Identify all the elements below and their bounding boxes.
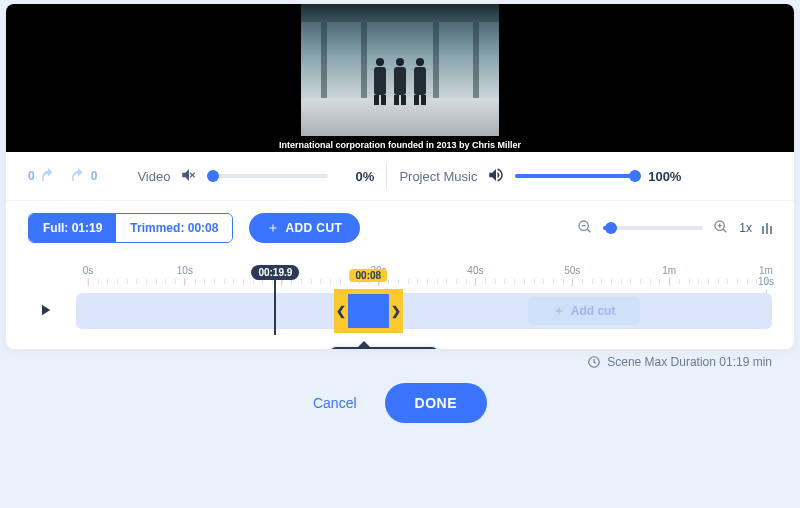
video-preview: International corporation founded in 201… [6, 4, 794, 152]
plus-icon [553, 305, 565, 317]
cut-handle-right[interactable]: ❯ [389, 289, 403, 333]
redo-icon [69, 167, 87, 185]
max-duration-row: Scene Max Duration 01:19 min [0, 349, 800, 369]
video-caption: International corporation founded in 201… [6, 140, 794, 150]
controls-row: 0 0 Video 0% Project Music [6, 152, 794, 201]
plus-icon [267, 222, 279, 234]
remove-cut-tooltip[interactable]: Remove cut [330, 347, 438, 349]
playhead-time: 00:19.9 [251, 265, 299, 280]
ghost-add-cut[interactable]: Add cut [528, 297, 639, 325]
trim-modal: International corporation founded in 201… [6, 4, 794, 349]
video-volume-group: Video 0% [137, 166, 374, 187]
music-volume-pct: 100% [645, 169, 681, 184]
timeline-track[interactable]: 00:19.9 00:08 ❮ ❯ Add cut [76, 293, 772, 329]
zoom-slider[interactable] [603, 226, 703, 230]
svg-line-1 [587, 229, 590, 232]
ruler-tick: 0s [83, 265, 94, 286]
redo-count: 0 [91, 169, 98, 183]
ghost-label: Add cut [571, 304, 616, 318]
music-volume-slider[interactable] [515, 174, 635, 178]
segment-trimmed[interactable]: Trimmed: 00:08 [116, 214, 232, 242]
ruler-tick: 10s [177, 265, 193, 286]
cut-duration: 00:08 [350, 269, 388, 282]
add-cut-label: ADD CUT [285, 221, 342, 235]
ruler-tick: 40s [467, 265, 483, 286]
svg-line-4 [723, 229, 726, 232]
video-volume-pct: 0% [338, 169, 374, 184]
ruler-tick: 1m [662, 265, 676, 286]
max-duration-label: Scene Max Duration 01:19 min [607, 355, 772, 369]
cut-region[interactable]: 00:08 ❮ ❯ [334, 289, 404, 333]
zoom-in-icon[interactable] [713, 219, 729, 238]
mute-icon[interactable] [180, 166, 198, 187]
clock-icon [587, 355, 601, 369]
length-toggle: Full: 01:19 Trimmed: 00:08 [28, 213, 233, 243]
video-frame[interactable] [301, 4, 499, 136]
trim-row: Full: 01:19 Trimmed: 00:08 ADD CUT 1x [6, 201, 794, 255]
zoom-controls: 1x [577, 219, 772, 238]
undo-button[interactable]: 0 [28, 167, 57, 185]
timeline-ruler: 0s10s20s30s40s50s1m1m 10s [88, 265, 766, 293]
music-volume-group: Project Music 100% [399, 166, 681, 187]
video-volume-label: Video [137, 169, 170, 184]
add-cut-button[interactable]: ADD CUT [249, 213, 360, 243]
timeline: 0s10s20s30s40s50s1m1m 10s 00:19.9 00:08 … [6, 255, 794, 349]
cut-handle-left[interactable]: ❮ [334, 289, 348, 333]
video-volume-slider[interactable] [208, 174, 328, 178]
footer: Cancel DONE [0, 369, 800, 429]
sound-icon[interactable] [487, 166, 505, 187]
done-button[interactable]: DONE [385, 383, 487, 423]
music-volume-label: Project Music [399, 169, 477, 184]
zoom-level: 1x [739, 221, 752, 235]
undo-count: 0 [28, 169, 35, 183]
play-button[interactable] [28, 301, 62, 322]
cancel-button[interactable]: Cancel [313, 395, 357, 411]
zoom-out-icon[interactable] [577, 219, 593, 238]
playhead[interactable]: 00:19.9 [274, 267, 276, 335]
ruler-tick: 50s [564, 265, 580, 286]
divider [386, 162, 387, 190]
zoom-fit-icon[interactable] [762, 223, 772, 234]
redo-button[interactable]: 0 [69, 167, 98, 185]
segment-full[interactable]: Full: 01:19 [29, 214, 116, 242]
undo-icon [39, 167, 57, 185]
